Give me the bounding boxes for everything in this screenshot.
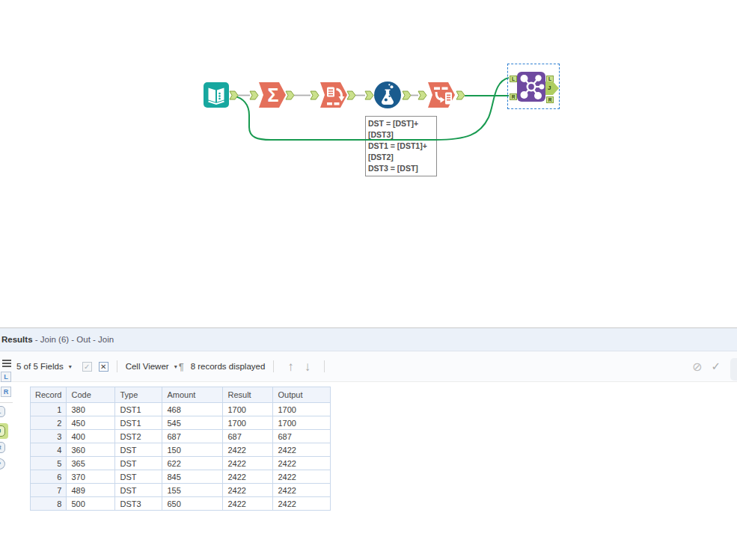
- record-number-cell[interactable]: 4: [31, 443, 67, 457]
- data-cell[interactable]: 687: [162, 430, 223, 443]
- join-input-anchor-l[interactable]: L: [510, 76, 517, 82]
- record-number-cell[interactable]: 2: [31, 416, 67, 430]
- table-row[interactable]: 1380DST146817001700: [31, 403, 331, 416]
- data-cell[interactable]: 489: [67, 484, 115, 497]
- data-cell[interactable]: 2422: [223, 443, 273, 457]
- data-cell[interactable]: 650: [162, 497, 223, 511]
- data-cell[interactable]: 2422: [223, 497, 273, 511]
- data-cell[interactable]: 365: [67, 457, 115, 470]
- record-number-cell[interactable]: 8: [31, 497, 67, 511]
- record-number-cell[interactable]: 6: [31, 470, 67, 484]
- table-row[interactable]: 6370DST84524222422: [31, 470, 331, 484]
- record-number-cell[interactable]: 3: [31, 430, 67, 443]
- data-cell[interactable]: 2422: [223, 484, 273, 497]
- data-cell[interactable]: 155: [162, 484, 223, 497]
- join-input-anchor-r[interactable]: R: [510, 93, 517, 100]
- apply-check-icon[interactable]: ✓: [711, 360, 721, 373]
- panel-menu-icon[interactable]: [2, 360, 11, 369]
- data-cell[interactable]: 2422: [273, 497, 331, 511]
- table-row[interactable]: 4360DST15024222422: [31, 443, 331, 457]
- data-cell[interactable]: 2422: [223, 470, 273, 484]
- input-data-tool[interactable]: [204, 82, 229, 111]
- record-number-cell[interactable]: 7: [31, 484, 67, 497]
- workflow-canvas[interactable]: DST = [DST]+ [DST3] DST1 = [DST1]+ [DST2…: [0, 0, 737, 327]
- data-cell[interactable]: 687: [223, 430, 273, 443]
- table-row[interactable]: 3400DST2687687687: [31, 430, 331, 443]
- data-cell[interactable]: 2422: [273, 470, 331, 484]
- table-row[interactable]: 5365DST62224222422: [31, 457, 331, 470]
- data-cell[interactable]: 687: [273, 430, 331, 443]
- whitespace-toggle-icon[interactable]: ¶: [179, 361, 184, 372]
- block-icon[interactable]: ⊘: [692, 360, 702, 374]
- data-cell[interactable]: 1700: [273, 403, 331, 416]
- chevron-down-icon[interactable]: ▾: [174, 363, 177, 370]
- join-output-anchor-l[interactable]: L: [546, 76, 554, 82]
- cell-viewer-dropdown[interactable]: Cell Viewer: [126, 362, 169, 371]
- help-icon[interactable]: ?: [0, 458, 5, 470]
- data-cell[interactable]: 2422: [273, 457, 331, 470]
- results-table[interactable]: RecordCodeTypeAmountResultOutput 1380DST…: [30, 387, 331, 511]
- column-header[interactable]: Code: [67, 387, 115, 403]
- strip-input-anchor-r[interactable]: R: [1, 387, 11, 397]
- data-cell[interactable]: DST1: [115, 416, 162, 430]
- data-cell[interactable]: 450: [67, 416, 115, 430]
- data-cell[interactable]: DST: [115, 457, 162, 470]
- strip-output-anchor-r[interactable]: R: [0, 442, 5, 453]
- data-cell[interactable]: 2422: [273, 484, 331, 497]
- formula-icon: [374, 81, 401, 108]
- transpose-tool[interactable]: [320, 82, 347, 111]
- strip-input-anchor-l[interactable]: L: [1, 372, 11, 382]
- toolbar-separator: [273, 360, 274, 372]
- data-cell[interactable]: DST1: [115, 403, 162, 416]
- data-cell[interactable]: 360: [67, 443, 115, 457]
- data-cell[interactable]: 380: [67, 403, 115, 416]
- join-output-anchor-r[interactable]: R: [546, 96, 554, 103]
- data-cell[interactable]: 1700: [223, 416, 273, 430]
- fields-dropdown[interactable]: 5 of 5 Fields: [16, 362, 64, 371]
- up-arrow-button[interactable]: ↑: [287, 360, 294, 373]
- join-icon[interactable]: [517, 72, 545, 102]
- data-cell[interactable]: 500: [67, 497, 115, 511]
- data-cell[interactable]: DST: [115, 470, 162, 484]
- summarize-tool[interactable]: Σ: [259, 82, 286, 111]
- data-cell[interactable]: 370: [67, 470, 115, 484]
- data-cell[interactable]: DST: [115, 443, 162, 457]
- formula-tool[interactable]: [374, 81, 401, 111]
- record-number-cell[interactable]: 5: [31, 457, 67, 470]
- data-cell[interactable]: 845: [162, 470, 223, 484]
- column-header[interactable]: Type: [115, 387, 162, 403]
- chevron-down-icon[interactable]: ▾: [69, 363, 72, 370]
- column-header[interactable]: Output: [273, 387, 331, 403]
- scrollbar-thumb[interactable]: [730, 358, 737, 381]
- table-row[interactable]: 2450DST154517001700: [31, 416, 331, 430]
- data-cell[interactable]: 622: [162, 457, 223, 470]
- record-number-cell[interactable]: 1: [31, 403, 67, 416]
- column-header[interactable]: Record: [31, 387, 67, 403]
- crosstab-tool[interactable]: [428, 82, 455, 111]
- data-cell[interactable]: 400: [67, 430, 115, 443]
- data-cell[interactable]: DST: [115, 484, 162, 497]
- column-header[interactable]: Result: [223, 387, 273, 403]
- strip-output-anchor-l[interactable]: L: [0, 406, 5, 417]
- data-cell[interactable]: 1700: [223, 403, 273, 416]
- data-cell[interactable]: 2422: [223, 457, 273, 470]
- strip-output-anchor-j[interactable]: J: [0, 425, 5, 437]
- join-tool-selection[interactable]: L R L J R: [507, 64, 560, 109]
- data-cell[interactable]: 150: [162, 443, 223, 457]
- table-row[interactable]: 7489DST15524222422: [31, 484, 331, 497]
- deselect-all-button[interactable]: ✕: [99, 362, 108, 372]
- results-toolbar: 5 of 5 Fields ▾ ✓ ✕ Cell Viewer ▾ ¶ 8 re…: [0, 351, 737, 382]
- data-cell[interactable]: 1700: [273, 416, 331, 430]
- data-cell[interactable]: 545: [162, 416, 223, 430]
- select-all-checkbox[interactable]: ✓: [82, 362, 92, 372]
- data-cell[interactable]: 2422: [273, 443, 331, 457]
- data-cell[interactable]: DST3: [115, 497, 162, 511]
- table-row[interactable]: 8500DST365024222422: [31, 497, 331, 511]
- data-cell[interactable]: DST2: [115, 430, 162, 443]
- toolbar-separator: [324, 360, 325, 372]
- formula-annotation[interactable]: DST = [DST]+ [DST3] DST1 = [DST1]+ [DST2…: [365, 116, 437, 176]
- data-cell[interactable]: 468: [162, 403, 223, 416]
- column-header[interactable]: Amount: [162, 387, 223, 403]
- join-output-anchor-j[interactable]: J: [545, 81, 559, 95]
- down-arrow-button[interactable]: ↓: [305, 360, 311, 373]
